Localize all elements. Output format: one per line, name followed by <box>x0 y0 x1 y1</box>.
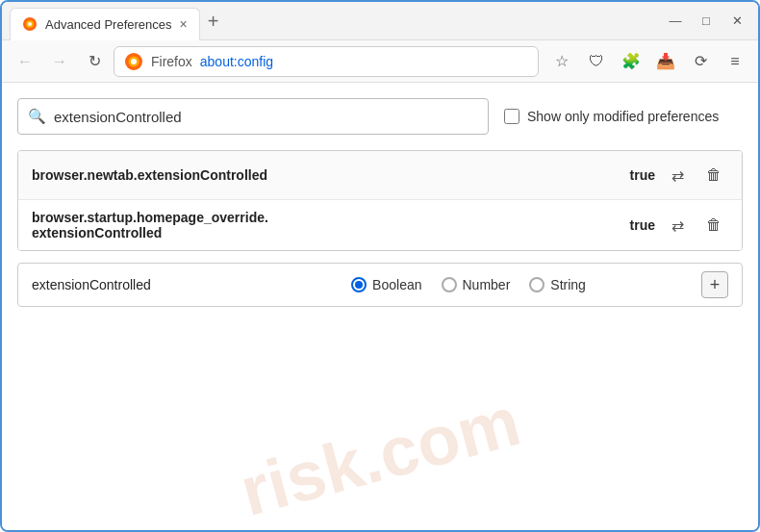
forward-button[interactable]: → <box>44 46 75 77</box>
browser-tab[interactable]: Advanced Preferences × <box>10 8 200 40</box>
reload-icon: ↻ <box>89 52 101 70</box>
shield-icon: 🛡 <box>589 53 604 70</box>
number-radio-option[interactable]: Number <box>442 277 511 292</box>
search-row: 🔍 Show only modified preferences <box>17 98 743 135</box>
delete-button[interactable]: 🗑 <box>699 211 728 240</box>
svg-point-2 <box>28 22 32 26</box>
show-modified-label[interactable]: Show only modified preferences <box>504 109 719 124</box>
address-bar[interactable]: Firefox about:config <box>114 46 539 77</box>
search-input[interactable] <box>54 109 478 125</box>
boolean-label: Boolean <box>372 277 421 292</box>
close-button[interactable]: ✕ <box>723 8 750 35</box>
type-radio-group: Boolean Number String <box>243 277 694 292</box>
page-content: 🔍 Show only modified preferences browser… <box>2 83 758 532</box>
string-label: String <box>550 277 586 292</box>
downloads-button[interactable]: 📥 <box>650 46 681 77</box>
pref-name: browser.startup.homepage_override. exten… <box>32 210 619 241</box>
forward-icon: → <box>52 53 67 70</box>
firefox-logo <box>124 52 143 71</box>
new-pref-name: extensionControlled <box>32 277 243 292</box>
extension-button[interactable]: 🧩 <box>616 46 646 77</box>
shield-button[interactable]: 🛡 <box>581 46 612 77</box>
row-actions: ⇄ 🗑 <box>663 211 728 240</box>
results-table: browser.newtab.extensionControlled true … <box>17 150 743 251</box>
swap-icon: ⇄ <box>671 216 684 235</box>
add-preference-row: extensionControlled Boolean Number Strin… <box>17 263 743 307</box>
minimize-button[interactable]: — <box>662 8 689 35</box>
browser-name-label: Firefox <box>151 54 192 69</box>
bookmark-icon: ☆ <box>555 52 569 70</box>
add-preference-button[interactable]: + <box>701 271 728 298</box>
sync-button[interactable]: ⟳ <box>685 46 716 77</box>
search-icon: 🔍 <box>28 108 46 125</box>
pref-name: browser.newtab.extensionControlled <box>32 167 619 183</box>
tab-favicon <box>22 16 38 32</box>
pref-value: true <box>619 167 655 183</box>
title-bar: Advanced Preferences × + — □ ✕ <box>2 2 758 40</box>
tab-close-button[interactable]: × <box>180 16 188 32</box>
row-actions: ⇄ 🗑 <box>663 161 728 190</box>
delete-icon: 🗑 <box>706 216 722 234</box>
tab-title: Advanced Preferences <box>45 17 172 32</box>
string-radio-option[interactable]: String <box>529 277 586 292</box>
menu-button[interactable]: ≡ <box>720 46 750 77</box>
address-text: about:config <box>200 54 273 69</box>
search-box-container: 🔍 <box>17 98 489 135</box>
table-row: browser.startup.homepage_override. exten… <box>18 200 742 250</box>
show-modified-text: Show only modified preferences <box>527 109 719 124</box>
swap-icon: ⇄ <box>671 166 684 185</box>
pref-value: true <box>619 217 655 233</box>
menu-icon: ≡ <box>730 53 739 70</box>
toggle-button[interactable]: ⇄ <box>663 211 692 240</box>
nav-right-icons: ☆ 🛡 🧩 📥 ⟳ ≡ <box>546 46 750 77</box>
reload-button[interactable]: ↻ <box>79 46 110 77</box>
boolean-radio-option[interactable]: Boolean <box>351 277 421 292</box>
downloads-icon: 📥 <box>656 52 675 70</box>
extension-icon: 🧩 <box>621 52 641 70</box>
boolean-radio-circle <box>351 277 367 292</box>
navigation-bar: ← → ↻ Firefox about:config ☆ 🛡 🧩 📥 ⟳ <box>2 40 758 83</box>
table-row: browser.newtab.extensionControlled true … <box>18 151 742 200</box>
delete-icon: 🗑 <box>706 166 722 184</box>
pref-name-line1: browser.startup.homepage_override. <box>32 210 268 225</box>
number-label: Number <box>463 277 511 292</box>
show-modified-checkbox[interactable] <box>504 109 519 124</box>
number-radio-circle <box>442 277 457 292</box>
string-radio-circle <box>529 277 545 292</box>
bookmark-button[interactable]: ☆ <box>546 46 577 77</box>
window-controls: — □ ✕ <box>662 8 750 35</box>
watermark: risk.com <box>5 320 755 532</box>
toggle-button[interactable]: ⇄ <box>663 161 692 190</box>
new-tab-button[interactable]: + <box>200 12 227 31</box>
pref-name-line2: extensionControlled <box>32 225 162 241</box>
back-icon: ← <box>17 53 33 70</box>
svg-point-5 <box>131 59 137 64</box>
sync-icon: ⟳ <box>695 52 707 70</box>
back-button[interactable]: ← <box>10 46 40 77</box>
maximize-button[interactable]: □ <box>693 8 720 35</box>
delete-button[interactable]: 🗑 <box>699 161 728 190</box>
